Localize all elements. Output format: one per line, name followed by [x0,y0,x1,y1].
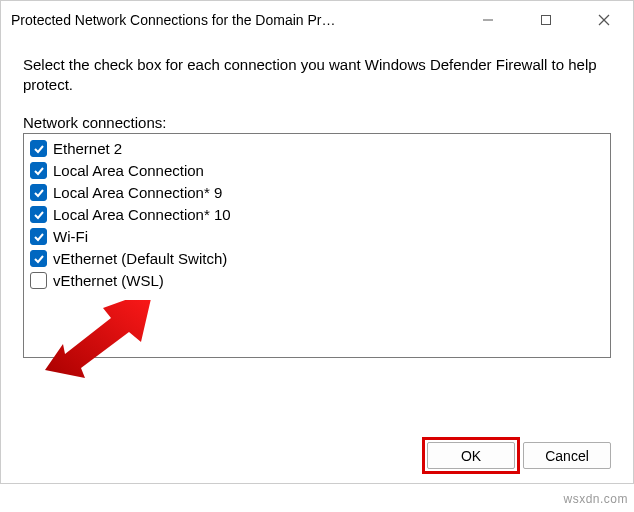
checkbox[interactable] [30,228,47,245]
checkbox[interactable] [30,140,47,157]
list-item-label: Local Area Connection* 10 [53,207,231,222]
instruction-text: Select the check box for each connection… [23,55,611,96]
window-controls [459,1,633,39]
group-label: Network connections: [23,114,611,131]
list-item-label: Local Area Connection [53,163,204,178]
checkbox[interactable] [30,272,47,289]
maximize-icon [540,14,552,26]
checkmark-icon [33,165,45,177]
checkmark-icon [33,253,45,265]
ok-button[interactable]: OK [427,442,515,469]
list-item[interactable]: Local Area Connection* 9 [30,182,604,204]
checkmark-icon [33,187,45,199]
checkmark-icon [33,143,45,155]
checkbox[interactable] [30,184,47,201]
list-item[interactable]: Local Area Connection* 10 [30,204,604,226]
checkbox[interactable] [30,206,47,223]
list-item-label: Local Area Connection* 9 [53,185,222,200]
list-item[interactable]: Wi-Fi [30,226,604,248]
window-title: Protected Network Connections for the Do… [11,12,335,28]
checkbox[interactable] [30,162,47,179]
ok-highlight: OK [427,442,515,469]
minimize-button[interactable] [459,1,517,39]
titlebar: Protected Network Connections for the Do… [1,1,633,39]
list-item[interactable]: vEthernet (Default Switch) [30,248,604,270]
list-item[interactable]: vEthernet (WSL) [30,270,604,292]
close-icon [598,14,610,26]
list-item[interactable]: Local Area Connection [30,160,604,182]
minimize-icon [482,14,494,26]
list-item-label: vEthernet (WSL) [53,273,164,288]
button-row: OK Cancel [23,422,611,469]
watermark: wsxdn.com [563,492,628,506]
list-item-label: Wi-Fi [53,229,88,244]
checkmark-icon [33,231,45,243]
list-item[interactable]: Ethernet 2 [30,138,604,160]
svg-rect-1 [542,16,551,25]
connections-listbox: Ethernet 2 Local Area Connection Loc [23,133,611,358]
close-button[interactable] [575,1,633,39]
checkbox[interactable] [30,250,47,267]
dialog-body: Select the check box for each connection… [1,39,633,483]
checkmark-icon [33,209,45,221]
list-item-label: vEthernet (Default Switch) [53,251,227,266]
list-item-label: Ethernet 2 [53,141,122,156]
maximize-button[interactable] [517,1,575,39]
cancel-button[interactable]: Cancel [523,442,611,469]
dialog-window: Protected Network Connections for the Do… [0,0,634,484]
